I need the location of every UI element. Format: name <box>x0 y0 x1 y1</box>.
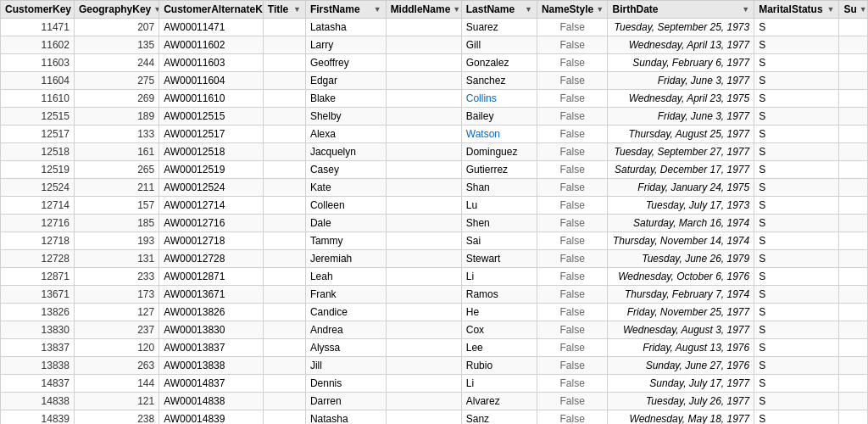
cell-birthdate: Thursday, February 7, 1974 <box>608 286 754 304</box>
cell-customeraltkey: AW00012718 <box>159 232 264 250</box>
cell-suffix <box>839 108 868 126</box>
cell-birthdate: Wednesday, October 6, 1976 <box>608 268 754 286</box>
cell-firstname: Geoffrey <box>305 54 386 72</box>
cell-firstname: Alexa <box>305 126 386 143</box>
cell-geographykey: 189 <box>74 108 159 126</box>
cell-customerkey: 13837 <box>1 339 75 357</box>
cell-suffix <box>839 126 868 143</box>
filter-icon-firstname[interactable]: ▼ <box>374 5 381 14</box>
cell-geographykey: 161 <box>74 143 159 161</box>
table-row: 13830237AW00013830AndreaCoxFalseWednesda… <box>1 321 868 339</box>
cell-firstname: Tammy <box>305 232 386 250</box>
cell-maritalstatus: S <box>754 143 839 161</box>
cell-maritalstatus: S <box>754 179 839 197</box>
cell-customerkey: 12871 <box>1 268 75 286</box>
cell-suffix <box>839 36 868 54</box>
cell-birthdate: Wednesday, August 3, 1977 <box>608 321 754 339</box>
filter-icon-namestyle[interactable]: ▼ <box>596 5 604 14</box>
cell-customerkey: 14839 <box>1 410 75 425</box>
cell-title <box>263 232 305 250</box>
cell-namestyle: False <box>537 268 608 286</box>
filter-icon-lastname[interactable]: ▼ <box>525 5 532 14</box>
cell-firstname: Jeremiah <box>305 250 386 268</box>
cell-namestyle: False <box>537 339 608 357</box>
cell-lastname: Stewart <box>461 250 537 268</box>
cell-birthdate: Wednesday, April 13, 1977 <box>608 36 754 54</box>
cell-customeraltkey: AW00012716 <box>159 215 264 232</box>
cell-geographykey: 275 <box>74 72 159 90</box>
header-title[interactable]: Title▼ <box>263 1 305 19</box>
header-lastname[interactable]: LastName▼ <box>461 1 537 19</box>
header-label-middlename: MiddleName <box>391 3 451 15</box>
filter-icon-maritalstatus[interactable]: ▼ <box>827 5 835 14</box>
cell-suffix <box>839 375 868 393</box>
cell-birthdate: Sunday, February 6, 1977 <box>608 54 754 72</box>
cell-title <box>263 72 305 90</box>
header-label-title: Title <box>268 3 288 15</box>
table-row: 13837120AW00013837AlyssaLeeFalseFriday, … <box>1 339 868 357</box>
cell-geographykey: 193 <box>74 232 159 250</box>
cell-lastname: Sanz <box>461 410 537 425</box>
header-suffix[interactable]: Su▼ <box>839 1 868 19</box>
header-birthdate[interactable]: BirthDate▼ <box>608 1 754 19</box>
cell-maritalstatus: S <box>754 197 839 215</box>
table-row: 12524211AW00012524KateShanFalseFriday, J… <box>1 179 868 197</box>
cell-middlename <box>386 90 461 108</box>
cell-title <box>263 339 305 357</box>
cell-maritalstatus: S <box>754 108 839 126</box>
cell-geographykey: 173 <box>74 286 159 304</box>
cell-lastname: Lee <box>461 339 537 357</box>
cell-birthdate: Tuesday, July 17, 1973 <box>608 197 754 215</box>
header-label-geographykey: GeographyKey <box>79 3 151 15</box>
header-maritalstatus[interactable]: MaritalStatus▼ <box>754 1 839 19</box>
filter-icon-title[interactable]: ▼ <box>293 5 301 14</box>
cell-firstname: Leah <box>305 268 386 286</box>
cell-geographykey: 233 <box>74 268 159 286</box>
cell-namestyle: False <box>537 375 608 393</box>
cell-geographykey: 269 <box>74 90 159 108</box>
cell-title <box>263 143 305 161</box>
cell-geographykey: 237 <box>74 321 159 339</box>
cell-maritalstatus: S <box>754 375 839 393</box>
cell-customeraltkey: AW00011603 <box>159 54 264 72</box>
cell-maritalstatus: S <box>754 215 839 232</box>
cell-title <box>263 410 305 425</box>
cell-customerkey: 13838 <box>1 357 75 375</box>
cell-firstname: Colleen <box>305 197 386 215</box>
cell-firstname: Kate <box>305 179 386 197</box>
cell-maritalstatus: S <box>754 250 839 268</box>
cell-birthdate: Tuesday, September 25, 1973 <box>608 19 754 36</box>
cell-namestyle: False <box>537 19 608 36</box>
cell-middlename <box>386 321 461 339</box>
cell-geographykey: 244 <box>74 54 159 72</box>
header-customeraltkey[interactable]: CustomerAlternateKey▼ <box>159 1 264 19</box>
filter-icon-birthdate[interactable]: ▼ <box>742 5 749 14</box>
table-row: 12871233AW00012871LeahLiFalseWednesday, … <box>1 268 868 286</box>
data-table: CustomerKey▼GeographyKey▼CustomerAlterna… <box>0 0 868 424</box>
cell-geographykey: 211 <box>74 179 159 197</box>
cell-lastname: Suarez <box>461 19 537 36</box>
cell-customerkey: 12515 <box>1 108 75 126</box>
cell-suffix <box>839 143 868 161</box>
cell-firstname: Dennis <box>305 375 386 393</box>
cell-suffix <box>839 72 868 90</box>
header-geographykey[interactable]: GeographyKey▼ <box>74 1 159 19</box>
filter-icon-middlename[interactable]: ▼ <box>453 5 460 14</box>
cell-geographykey: 131 <box>74 250 159 268</box>
cell-suffix <box>839 410 868 425</box>
cell-firstname: Larry <box>305 36 386 54</box>
cell-suffix <box>839 90 868 108</box>
cell-lastname: Bailey <box>461 108 537 126</box>
header-middlename[interactable]: MiddleName▼ <box>386 1 461 19</box>
header-firstname[interactable]: FirstName▼ <box>305 1 386 19</box>
table-row: 14839238AW00014839NatashaSanzFalseWednes… <box>1 410 868 425</box>
header-namestyle[interactable]: NameStyle▼ <box>537 1 608 19</box>
header-label-suffix: Su <box>843 3 856 15</box>
cell-customeraltkey: AW00013830 <box>159 321 264 339</box>
cell-customeraltkey: AW00011602 <box>159 36 264 54</box>
filter-icon-suffix[interactable]: ▼ <box>860 5 867 14</box>
header-customerkey[interactable]: CustomerKey▼ <box>1 1 75 19</box>
cell-geographykey: 265 <box>74 161 159 179</box>
cell-customerkey: 12728 <box>1 250 75 268</box>
cell-maritalstatus: S <box>754 36 839 54</box>
